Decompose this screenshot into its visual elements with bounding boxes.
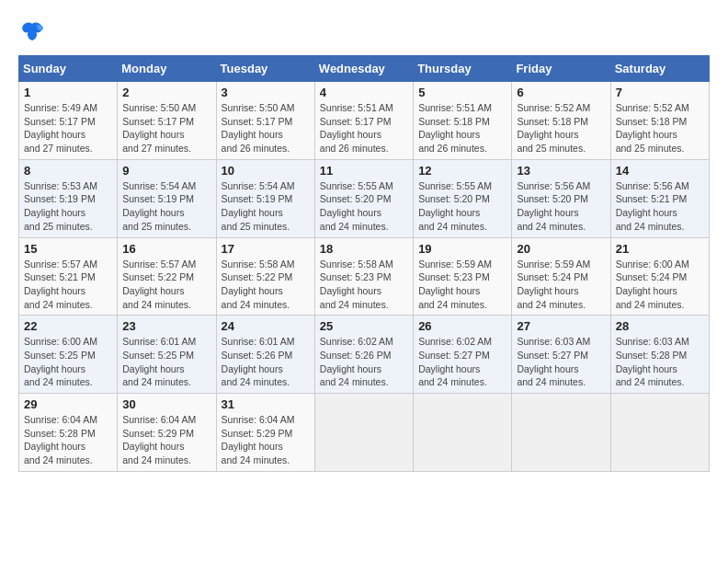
- day-number: 18: [320, 242, 408, 256]
- day-info: Sunrise: 5:56 AMSunset: 5:21 PMDaylight …: [616, 180, 689, 232]
- day-info: Sunrise: 5:50 AMSunset: 5:17 PMDaylight …: [222, 102, 295, 154]
- calendar-cell: 3 Sunrise: 5:50 AMSunset: 5:17 PMDayligh…: [216, 82, 314, 160]
- day-info: Sunrise: 5:59 AMSunset: 5:24 PMDaylight …: [517, 259, 590, 310]
- calendar-cell: 2 Sunrise: 5:50 AMSunset: 5:17 PMDayligh…: [118, 82, 216, 160]
- calendar-cell: 1 Sunrise: 5:49 AMSunset: 5:17 PMDayligh…: [19, 82, 118, 160]
- day-number: 29: [24, 397, 112, 411]
- day-info: Sunrise: 5:56 AMSunset: 5:20 PMDaylight …: [517, 180, 590, 232]
- day-info: Sunrise: 5:59 AMSunset: 5:23 PMDaylight …: [418, 259, 492, 310]
- calendar-cell: 20 Sunrise: 5:59 AMSunset: 5:24 PMDaylig…: [512, 237, 610, 316]
- calendar-cell: 26 Sunrise: 6:02 AMSunset: 5:27 PMDaylig…: [414, 316, 512, 394]
- page-header: [18, 18, 710, 46]
- day-number: 21: [616, 242, 704, 256]
- day-number: 8: [24, 164, 112, 178]
- calendar-cell: 31 Sunrise: 6:04 AMSunset: 5:29 PMDaylig…: [216, 394, 314, 472]
- day-number: 19: [418, 242, 506, 256]
- day-number: 1: [24, 86, 112, 99]
- calendar-cell: 17 Sunrise: 5:58 AMSunset: 5:22 PMDaylig…: [216, 237, 314, 316]
- calendar-cell: 25 Sunrise: 6:02 AMSunset: 5:26 PMDaylig…: [314, 316, 413, 394]
- day-number: 27: [517, 319, 605, 333]
- day-number: 2: [122, 86, 210, 99]
- calendar-cell: 28 Sunrise: 6:03 AMSunset: 5:28 PMDaylig…: [610, 316, 709, 394]
- weekday-header-friday: Friday: [512, 56, 610, 82]
- day-number: 6: [517, 86, 605, 99]
- day-number: 9: [122, 164, 210, 178]
- calendar-cell: 22 Sunrise: 6:00 AMSunset: 5:25 PMDaylig…: [19, 316, 118, 394]
- day-info: Sunrise: 5:54 AMSunset: 5:19 PMDaylight …: [122, 180, 196, 232]
- day-info: Sunrise: 5:58 AMSunset: 5:23 PMDaylight …: [320, 259, 393, 310]
- calendar-week-4: 22 Sunrise: 6:00 AMSunset: 5:25 PMDaylig…: [19, 316, 710, 394]
- day-number: 5: [418, 86, 506, 99]
- calendar-cell: 15 Sunrise: 5:57 AMSunset: 5:21 PMDaylig…: [19, 237, 118, 316]
- day-number: 4: [320, 86, 408, 99]
- day-number: 31: [222, 397, 310, 411]
- weekday-header-thursday: Thursday: [414, 56, 512, 82]
- day-info: Sunrise: 6:04 AMSunset: 5:29 PMDaylight …: [122, 414, 196, 465]
- calendar-cell: [512, 394, 610, 472]
- day-info: Sunrise: 6:04 AMSunset: 5:29 PMDaylight …: [222, 414, 295, 465]
- logo-icon: [18, 18, 46, 46]
- calendar-cell: 4 Sunrise: 5:51 AMSunset: 5:17 PMDayligh…: [314, 82, 413, 160]
- day-number: 7: [616, 86, 704, 99]
- day-info: Sunrise: 5:53 AMSunset: 5:19 PMDaylight …: [24, 180, 97, 232]
- day-info: Sunrise: 6:01 AMSunset: 5:26 PMDaylight …: [222, 336, 295, 387]
- calendar-cell: 6 Sunrise: 5:52 AMSunset: 5:18 PMDayligh…: [512, 82, 610, 160]
- day-number: 22: [24, 319, 112, 333]
- weekday-header-monday: Monday: [118, 56, 216, 82]
- day-info: Sunrise: 6:04 AMSunset: 5:28 PMDaylight …: [24, 414, 97, 465]
- weekday-header-wednesday: Wednesday: [314, 56, 413, 82]
- calendar-cell: 13 Sunrise: 5:56 AMSunset: 5:20 PMDaylig…: [512, 159, 610, 237]
- day-number: 15: [24, 242, 112, 256]
- day-info: Sunrise: 5:57 AMSunset: 5:21 PMDaylight …: [24, 259, 97, 310]
- day-info: Sunrise: 5:58 AMSunset: 5:22 PMDaylight …: [222, 259, 295, 310]
- day-info: Sunrise: 6:00 AMSunset: 5:24 PMDaylight …: [616, 259, 689, 310]
- calendar-cell: 29 Sunrise: 6:04 AMSunset: 5:28 PMDaylig…: [19, 394, 118, 472]
- calendar-cell: 30 Sunrise: 6:04 AMSunset: 5:29 PMDaylig…: [118, 394, 216, 472]
- calendar-table: SundayMondayTuesdayWednesdayThursdayFrid…: [18, 55, 710, 472]
- calendar-cell: 16 Sunrise: 5:57 AMSunset: 5:22 PMDaylig…: [118, 237, 216, 316]
- calendar-cell: [314, 394, 413, 472]
- day-number: 10: [222, 164, 310, 178]
- weekday-header-saturday: Saturday: [610, 56, 709, 82]
- day-number: 30: [122, 397, 210, 411]
- day-info: Sunrise: 6:03 AMSunset: 5:28 PMDaylight …: [616, 336, 689, 387]
- calendar-cell: 5 Sunrise: 5:51 AMSunset: 5:18 PMDayligh…: [414, 82, 512, 160]
- day-number: 17: [222, 242, 310, 256]
- day-info: Sunrise: 5:51 AMSunset: 5:18 PMDaylight …: [418, 102, 492, 154]
- calendar-cell: 8 Sunrise: 5:53 AMSunset: 5:19 PMDayligh…: [19, 159, 118, 237]
- calendar-cell: 19 Sunrise: 5:59 AMSunset: 5:23 PMDaylig…: [414, 237, 512, 316]
- calendar-cell: 9 Sunrise: 5:54 AMSunset: 5:19 PMDayligh…: [118, 159, 216, 237]
- day-number: 24: [222, 319, 310, 333]
- day-number: 25: [320, 319, 408, 333]
- day-info: Sunrise: 5:52 AMSunset: 5:18 PMDaylight …: [517, 102, 590, 154]
- day-number: 3: [222, 86, 310, 99]
- calendar-cell: 14 Sunrise: 5:56 AMSunset: 5:21 PMDaylig…: [610, 159, 709, 237]
- day-number: 20: [517, 242, 605, 256]
- day-info: Sunrise: 6:03 AMSunset: 5:27 PMDaylight …: [517, 336, 590, 387]
- day-info: Sunrise: 5:52 AMSunset: 5:18 PMDaylight …: [616, 102, 689, 154]
- weekday-header-tuesday: Tuesday: [216, 56, 314, 82]
- calendar-cell: 23 Sunrise: 6:01 AMSunset: 5:25 PMDaylig…: [118, 316, 216, 394]
- day-info: Sunrise: 5:54 AMSunset: 5:19 PMDaylight …: [222, 180, 295, 232]
- day-info: Sunrise: 5:50 AMSunset: 5:17 PMDaylight …: [122, 102, 196, 154]
- logo: [18, 18, 50, 46]
- day-info: Sunrise: 6:02 AMSunset: 5:27 PMDaylight …: [418, 336, 492, 387]
- day-info: Sunrise: 5:57 AMSunset: 5:22 PMDaylight …: [122, 259, 196, 310]
- calendar-week-3: 15 Sunrise: 5:57 AMSunset: 5:21 PMDaylig…: [19, 237, 710, 316]
- day-info: Sunrise: 6:02 AMSunset: 5:26 PMDaylight …: [320, 336, 393, 387]
- calendar-cell: 21 Sunrise: 6:00 AMSunset: 5:24 PMDaylig…: [610, 237, 709, 316]
- day-info: Sunrise: 5:49 AMSunset: 5:17 PMDaylight …: [24, 102, 97, 154]
- day-number: 16: [122, 242, 210, 256]
- calendar-cell: [610, 394, 709, 472]
- day-number: 26: [418, 319, 506, 333]
- weekday-header-row: SundayMondayTuesdayWednesdayThursdayFrid…: [19, 56, 710, 82]
- day-info: Sunrise: 5:55 AMSunset: 5:20 PMDaylight …: [320, 180, 393, 232]
- weekday-header-sunday: Sunday: [19, 56, 118, 82]
- day-info: Sunrise: 5:55 AMSunset: 5:20 PMDaylight …: [418, 180, 492, 232]
- calendar-week-5: 29 Sunrise: 6:04 AMSunset: 5:28 PMDaylig…: [19, 394, 710, 472]
- day-info: Sunrise: 5:51 AMSunset: 5:17 PMDaylight …: [320, 102, 393, 154]
- day-number: 13: [517, 164, 605, 178]
- day-number: 23: [122, 319, 210, 333]
- day-number: 28: [616, 319, 704, 333]
- day-info: Sunrise: 6:01 AMSunset: 5:25 PMDaylight …: [122, 336, 196, 387]
